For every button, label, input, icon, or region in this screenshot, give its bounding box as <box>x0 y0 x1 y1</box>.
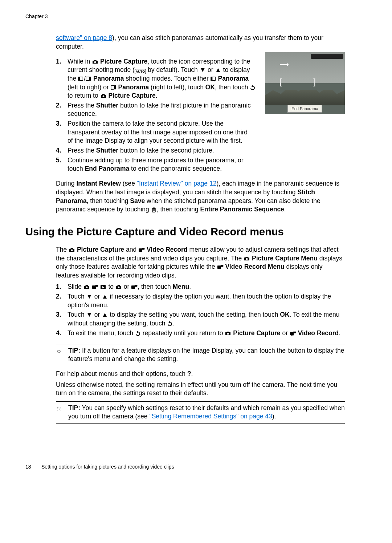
list-item: Touch ▼ or ▲ if necessary to display the… <box>56 292 345 309</box>
list-item: Press the Shutter button to take the sec… <box>56 146 345 155</box>
tip-box-2: ☼ TIP: You can specify which settings re… <box>56 401 345 424</box>
list-item: Touch ▼ or ▲ to display the setting you … <box>56 311 345 328</box>
camera-icon <box>69 247 75 253</box>
up-icon: ▲ <box>215 66 221 73</box>
panorama-right-icon <box>78 76 84 82</box>
page-number: 18 <box>25 463 40 470</box>
instant-review-paragraph: During Instant Review (see "Instant Revi… <box>56 179 345 214</box>
up-icon: ▲ <box>102 293 108 300</box>
trash-icon <box>151 207 157 212</box>
help-line: For help about menus and their options, … <box>56 370 345 378</box>
menu-steps: Slide to or , then touch Menu. Touch ▼ o… <box>56 283 345 337</box>
section-heading: Using the Picture Capture and Video Reco… <box>25 225 367 239</box>
list-item: Position the camera to take the second p… <box>56 119 345 145</box>
tip-icon: ☼ <box>56 347 62 355</box>
down-icon: ▼ <box>86 293 93 300</box>
down-icon: ▼ <box>200 66 206 73</box>
auto-icon: AUTO <box>135 69 146 74</box>
list-item: Continue adding up to three more picture… <box>56 156 345 173</box>
camera-icon <box>244 256 250 262</box>
video-icon <box>217 264 224 270</box>
panorama-left-icon <box>111 85 117 90</box>
up-icon: ▲ <box>102 311 108 318</box>
list-item: While in Picture Capture, touch the icon… <box>56 57 345 100</box>
playback-icon <box>100 284 107 290</box>
list-item: Press the Shutter button to take the fir… <box>56 101 345 118</box>
menus-paragraph: The Picture Capture and Video Record men… <box>56 246 345 280</box>
tip-icon: ☼ <box>56 404 62 413</box>
panorama-right-icon <box>211 76 216 82</box>
camera-icon <box>83 284 90 290</box>
video-icon <box>131 284 138 290</box>
panorama-steps: While in Picture Capture, touch the icon… <box>56 57 345 173</box>
video-icon <box>138 247 145 253</box>
camera-icon <box>100 93 107 99</box>
back-icon <box>167 321 173 327</box>
panorama-left-icon <box>86 76 91 82</box>
footer-title: Setting options for taking pictures and … <box>41 464 174 470</box>
video-icon <box>92 284 98 290</box>
camera-icon <box>115 284 122 290</box>
instant-review-link[interactable]: "Instant Review" on page 12 <box>137 180 217 187</box>
camera-icon <box>225 331 231 336</box>
software-link[interactable]: software" on page 8 <box>56 34 112 41</box>
list-item: To exit the menu, touch repeatedly until… <box>56 329 345 338</box>
chapter-header: Chapter 3 <box>25 13 367 20</box>
help-icon: ? <box>187 370 191 377</box>
down-icon: ▼ <box>86 311 93 318</box>
reset-line: Unless otherwise noted, the setting rema… <box>56 381 345 398</box>
camera-icon <box>92 59 98 65</box>
remembered-settings-link[interactable]: "Setting Remembered Settings" on page 43 <box>149 413 272 420</box>
intro-paragraph: software" on page 8), you can also stitc… <box>56 34 345 51</box>
video-icon <box>290 331 296 336</box>
tip-box-1: ☼ TIP: If a button for a feature display… <box>56 344 345 366</box>
back-icon <box>250 85 256 90</box>
back-icon <box>135 331 141 336</box>
page-footer: 18 Setting options for taking pictures a… <box>25 463 367 470</box>
list-item: Slide to or , then touch Menu. <box>56 283 345 291</box>
